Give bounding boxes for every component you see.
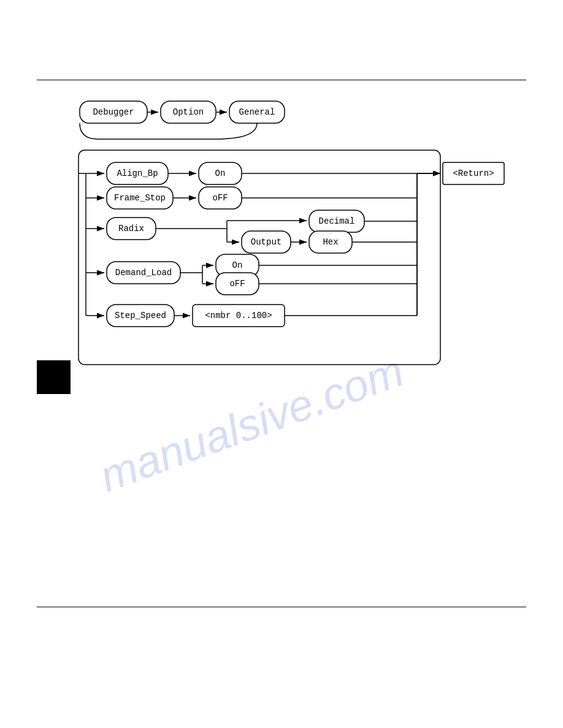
on2-label: On — [232, 260, 243, 270]
general-label: General — [239, 107, 275, 117]
step-speed-label: Step_Speed — [115, 311, 166, 320]
debugger-label: Debugger — [93, 107, 134, 117]
return-label: <Return> — [453, 169, 494, 178]
nmbr-label: <nmbr 0..100> — [205, 311, 272, 320]
decimal-label: Decimal — [319, 216, 355, 226]
align-bp-label: Align_Bp — [117, 169, 158, 178]
radix-label: Radix — [118, 224, 144, 233]
bottom-rule — [37, 607, 526, 607]
hex-label: Hex — [323, 237, 338, 247]
output-label: Output — [251, 237, 282, 247]
off2-label: oFF — [229, 279, 245, 289]
top-rule — [37, 80, 526, 80]
demand-load-label: Demand_Load — [115, 268, 172, 278]
off1-label: oFF — [212, 193, 228, 203]
option-label: Option — [173, 107, 204, 117]
syntax-diagram: Debugger Option General Align_Bp On <Ret… — [61, 95, 527, 377]
frame-stop-label: Frame_Stop — [114, 193, 166, 203]
on1-label: On — [215, 169, 226, 178]
